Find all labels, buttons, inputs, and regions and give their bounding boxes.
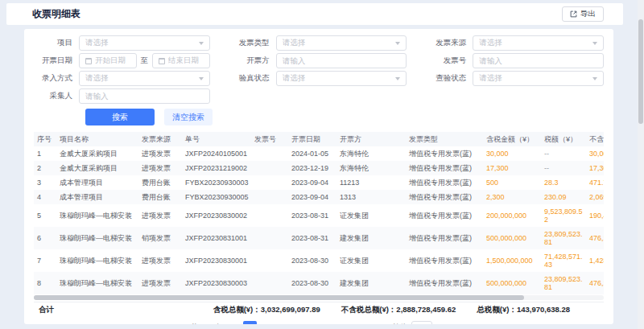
cell-amount-excl-tax: 190,476,190.48 — [586, 204, 604, 227]
table-row[interactable]: 7 珠穆朗玛峰—电梯安装 进项发票 JXFP20230830001 2023-0… — [34, 249, 604, 272]
cell-order-no: JXFP20230830003 — [182, 272, 251, 294]
cell-invoice-no — [251, 161, 288, 175]
date-start-placeholder: 开始日期 — [95, 56, 126, 66]
cell-tax-amount: -- — [541, 146, 586, 161]
cell-invoice-source: 销项发票 — [138, 227, 182, 249]
table-row[interactable]: 8 珠穆朗玛峰—电梯安装 进项发票 JXFP20230830003 2023-0… — [34, 272, 604, 294]
filter-field-invoice-source: 发票来源 请选择 — [427, 35, 604, 51]
summary-tax-value: 143,970,638.28 — [517, 305, 570, 314]
pager-page-5[interactable]: 5 — [311, 321, 324, 325]
cell-index: 4 — [34, 190, 56, 204]
cell-project-name: 珠穆朗玛峰—电梯安装 — [56, 272, 138, 294]
cell-amount-incl-tax: 500,000,000 — [483, 227, 541, 249]
cell-invoice-type: 增值税专用发票(蓝) — [406, 161, 483, 175]
invoice-table-container: 序号项目名称发票来源单号发票号开票日期开票方发票类型含税金额（¥）税额（¥）不含… — [34, 132, 604, 294]
cell-project-name: 珠穆朗玛峰—电梯安装 — [56, 227, 138, 249]
entry-method-select[interactable]: 请选择 — [79, 71, 210, 86]
project-label: 项目 — [34, 38, 79, 48]
pager-page-1[interactable]: 1 — [243, 321, 257, 325]
invoice-type-label: 发票类型 — [231, 38, 276, 48]
cell-invoice-date: 2023-08-30 — [288, 272, 336, 294]
issuer-input[interactable] — [276, 53, 407, 68]
cell-amount-excl-tax: 17,300 — [586, 161, 604, 175]
pager-page-2[interactable]: 2 — [260, 321, 274, 325]
cell-invoice-source: 进项发票 — [138, 204, 182, 227]
collector-input[interactable] — [79, 88, 210, 104]
cell-invoice-no — [251, 146, 288, 161]
chevron-down-icon — [395, 77, 400, 80]
horizontal-scrollbar-thumb[interactable] — [34, 295, 524, 300]
cell-amount-incl-tax: 30,000 — [483, 146, 541, 161]
cell-invoice-type: 增值税专用发票(蓝) — [406, 249, 483, 272]
project-select[interactable]: 请选择 — [79, 35, 210, 51]
export-label: 导出 — [580, 9, 596, 19]
pager-page-6[interactable]: 6 — [328, 321, 341, 325]
cell-invoice-no — [251, 204, 288, 227]
select-placeholder: 请选择 — [479, 38, 502, 48]
horizontal-scrollbar[interactable] — [34, 295, 604, 300]
verify-status-select[interactable]: 请选择 — [276, 71, 407, 86]
pager-prev-button[interactable]: ‹ — [232, 323, 240, 324]
search-button[interactable]: 搜索 — [85, 109, 155, 125]
export-button[interactable]: 导出 — [562, 6, 604, 22]
cell-project-name: 成本管理项目 — [56, 190, 138, 204]
cell-amount-excl-tax: 1,428,571,428.57 — [586, 249, 604, 272]
cell-project-name: 珠穆朗玛峰—电梯安装 — [56, 249, 138, 272]
cell-index: 5 — [34, 204, 56, 227]
issuer-label: 开票方 — [231, 56, 276, 66]
pager-page-3[interactable]: 3 — [277, 321, 291, 325]
summary-tax-incl-value: 3,032,699,097.89 — [261, 305, 320, 314]
table-row[interactable]: 6 珠穆朗玛峰—电梯安装 销项发票 JXFP20230831001 2023-0… — [34, 227, 604, 249]
table-row[interactable]: 3 成本管理项目 费用台账 FYBX20230930003 2023-09-04… — [34, 175, 604, 190]
filter-field-collector: 采集人 — [34, 88, 210, 104]
invoice-type-select[interactable]: 请选择 — [276, 35, 407, 51]
table-row[interactable]: 1 金威大厦采购项目 进项发票 JXFP20240105001 2024-01-… — [34, 146, 604, 161]
cell-tax-amount: 23,809,523.81 — [541, 272, 586, 294]
pager-goto-suffix: 页 — [440, 323, 448, 325]
cell-project-name: 金威大厦采购项目 — [56, 146, 138, 161]
cell-amount-excl-tax: 30,000 — [586, 146, 604, 161]
pager-next-button[interactable]: › — [377, 323, 385, 324]
table-row[interactable]: 2 金威大厦采购项目 进项发票 JXFP20231219002 2023-12-… — [34, 161, 604, 175]
cell-invoice-no — [251, 175, 288, 190]
calendar-icon — [159, 58, 165, 64]
cell-invoice-date: 2023-09-04 — [288, 175, 336, 190]
cell-issuer: 1313 — [336, 190, 406, 204]
summary-net-total: 不含税总额(¥)：2,888,728,459.62 — [341, 305, 456, 315]
cell-invoice-date: 2023-08-30 — [288, 249, 336, 272]
entry-method-label: 录入方式 — [34, 73, 79, 84]
table-header-row: 序号项目名称发票来源单号发票号开票日期开票方发票类型含税金额（¥）税额（¥）不含… — [34, 132, 604, 146]
cell-order-no: JXFP20230830001 — [182, 249, 251, 272]
select-placeholder: 请选择 — [85, 38, 109, 48]
cell-order-no: FYBX20230930005 — [182, 190, 251, 204]
column-header-1: 项目名称 — [56, 132, 138, 146]
pager-total-count: 共 142 条 — [191, 323, 223, 325]
date-start-input[interactable]: 开始日期 — [79, 53, 137, 68]
pager-page-8[interactable]: 8 — [359, 321, 373, 325]
filter-field-invoice-no: 发票号 — [427, 53, 604, 68]
cell-tax-amount: 23,809,523.81 — [541, 227, 586, 249]
table-row[interactable]: 5 珠穆朗玛峰—电梯安装 进项发票 JXFP20230830002 2023-0… — [34, 204, 604, 227]
table-row[interactable]: 4 成本管理项目 费用台账 FYBX20230930005 2023-09-04… — [34, 190, 604, 204]
date-end-placeholder: 结束日期 — [168, 56, 199, 66]
pager-goto-input[interactable] — [411, 321, 432, 325]
check-status-select[interactable]: 请选择 — [473, 71, 604, 86]
filter-field-verify-status: 验真状态 请选择 — [231, 71, 407, 86]
summary-tax-incl-total: 含税总额(¥)：3,032,699,097.89 — [213, 305, 320, 315]
filter-field-invoice-type: 发票类型 请选择 — [231, 35, 407, 51]
chevron-down-icon — [199, 42, 204, 45]
cell-amount-incl-tax: 1,500,000,000 — [483, 249, 541, 272]
cell-invoice-source: 进项发票 — [138, 146, 182, 161]
cell-issuer: 建发集团 — [336, 227, 406, 249]
clear-search-button[interactable]: 清空搜索 — [164, 109, 213, 125]
invoice-source-select[interactable]: 请选择 — [473, 35, 604, 51]
cell-invoice-no — [251, 227, 288, 249]
pager-page-4[interactable]: 4 — [294, 321, 308, 325]
vertical-scrollbar-thumb[interactable] — [638, 19, 643, 124]
invoice-no-input[interactable] — [473, 53, 604, 68]
date-end-input[interactable]: 结束日期 — [152, 53, 210, 68]
cell-amount-incl-tax: 17,300 — [483, 161, 541, 175]
vertical-scrollbar[interactable] — [638, 0, 644, 329]
cell-index: 7 — [34, 249, 56, 272]
cell-invoice-type: 增值税专用发票(蓝) — [406, 272, 483, 294]
